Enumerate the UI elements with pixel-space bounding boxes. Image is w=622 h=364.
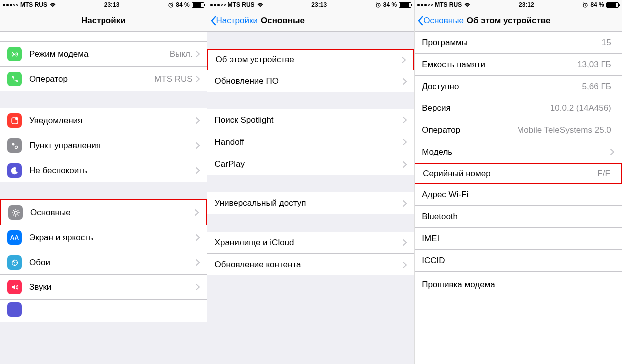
- list-item-control-center[interactable]: Пункт управления: [0, 133, 207, 158]
- accessibility-label: Универсальный доступ: [215, 198, 403, 208]
- list-item-background-refresh[interactable]: Обновление контента: [207, 254, 415, 275]
- chevron-right-icon: [195, 209, 199, 216]
- list-item-wallpaper[interactable]: Обои: [0, 250, 207, 275]
- list-item-carplay[interactable]: CarPlay: [207, 153, 415, 175]
- list-item-modem[interactable]: Прошивка модема: [415, 272, 622, 293]
- signal-dots-icon: [3, 4, 18, 6]
- list-item-sounds[interactable]: Звуки: [0, 275, 207, 300]
- battery-icon: [399, 2, 411, 8]
- list-item-wifi-address[interactable]: Адрес Wi‑Fi: [415, 184, 622, 206]
- battery-pct-label: 84 %: [176, 1, 189, 8]
- section-gap: [0, 91, 207, 108]
- back-button[interactable]: Настройки: [207, 16, 258, 26]
- list-item-notifications[interactable]: Уведомления: [0, 108, 207, 133]
- section-gap: [207, 32, 415, 49]
- screen-settings: MTS RUS 23:13 84 % Настройки Режим модем…: [0, 0, 207, 364]
- list-item-partial-bottom[interactable]: [0, 300, 207, 322]
- signal-dots-icon: [210, 4, 226, 6]
- wifi-label: Адрес Wi‑Fi: [422, 190, 611, 200]
- back-button[interactable]: Основные: [415, 16, 464, 26]
- list-item-storage[interactable]: Хранилище и iCloud: [207, 232, 415, 254]
- general-label: Основные: [30, 208, 195, 218]
- list-item-display[interactable]: AA Экран и яркость: [0, 225, 207, 250]
- serial-label: Серийный номер: [423, 169, 590, 179]
- section-gap: [0, 182, 207, 200]
- serial-value: F: [597, 169, 602, 179]
- alarm-icon: [375, 2, 381, 8]
- capacity-value: 13,03 ГБ: [577, 60, 611, 70]
- list-item-accessibility[interactable]: Универсальный доступ: [207, 192, 415, 214]
- list-item-iccid[interactable]: ICCID: [415, 250, 622, 272]
- list-item-available[interactable]: Доступно 5,66 ГБ: [415, 76, 622, 97]
- list-item-hotspot[interactable]: Режим модема Выкл.: [0, 42, 207, 67]
- hotspot-label: Режим модема: [29, 49, 170, 59]
- settings-list[interactable]: Режим модема Выкл. Оператор MTS RUS Увед…: [0, 32, 207, 364]
- list-item-model[interactable]: Модель: [415, 141, 622, 163]
- wifi-icon: [464, 2, 471, 7]
- screen-general: MTS RUS 23:13 84 % Настройки Основные Об…: [207, 0, 415, 364]
- chevron-right-icon: [403, 117, 407, 123]
- hotspot-icon: [7, 47, 22, 61]
- carrier-label: MTS RUS: [435, 1, 462, 8]
- list-item-carrier[interactable]: Оператор MTS RUS: [0, 67, 207, 91]
- screen-about: MTS RUS 23:12 84 % Основные Об этом устр…: [415, 0, 622, 364]
- chevron-right-icon: [196, 167, 200, 174]
- chevron-right-icon: [403, 200, 407, 207]
- model-label: Модель: [422, 147, 607, 157]
- svg-point-4: [12, 143, 14, 145]
- apps-value: 15: [602, 38, 611, 48]
- update-label: Обновление ПО: [215, 76, 403, 86]
- svg-point-6: [14, 211, 17, 214]
- battery-pct-label: 84 %: [383, 1, 397, 8]
- list-item-about[interactable]: Об этом устройстве: [207, 49, 415, 71]
- signal-dots-icon: [417, 4, 433, 6]
- operator-value: Mobile TeleSystems 25.0: [517, 125, 611, 135]
- status-bar: MTS RUS 23:13 84 %: [0, 0, 207, 10]
- chevron-right-icon: [403, 161, 407, 168]
- list-item-spotlight[interactable]: Поиск Spotlight: [207, 109, 415, 131]
- list-item-imei[interactable]: IMEI: [415, 228, 622, 250]
- list-item-handoff[interactable]: Handoff: [207, 131, 415, 153]
- clock-label: 23:13: [104, 1, 120, 8]
- list-item-capacity[interactable]: Емкость памяти 13,03 ГБ: [415, 54, 622, 76]
- sounds-label: Звуки: [29, 282, 196, 292]
- status-bar: MTS RUS 23:13 84 %: [207, 0, 415, 10]
- wifi-icon: [257, 2, 264, 7]
- refresh-label: Обновление контента: [215, 260, 403, 270]
- wifi-icon: [49, 2, 56, 7]
- modem-label: Прошивка модема: [422, 280, 611, 290]
- list-item-serial[interactable]: Серийный номер F /F: [415, 163, 622, 184]
- list-item-bluetooth[interactable]: Bluetooth: [415, 206, 622, 228]
- notifications-label: Уведомления: [29, 116, 196, 126]
- chevron-right-icon: [403, 78, 407, 85]
- list-item-general[interactable]: Основные: [0, 199, 207, 226]
- handoff-label: Handoff: [215, 137, 403, 147]
- about-list[interactable]: Программы 15 Емкость памяти 13,03 ГБ Дос…: [415, 32, 622, 364]
- carrier-label: MTS RUS: [20, 1, 47, 8]
- chevron-left-icon: [210, 16, 216, 26]
- chevron-right-icon: [196, 142, 200, 149]
- list-item-software-update[interactable]: Обновление ПО: [207, 70, 415, 92]
- back-label: Настройки: [216, 16, 258, 26]
- svg-point-1: [14, 53, 15, 54]
- available-label: Доступно: [422, 82, 582, 91]
- serial-value2: /F: [603, 169, 610, 179]
- chevron-right-icon: [196, 259, 200, 266]
- general-list[interactable]: Об этом устройстве Обновление ПО Поиск S…: [207, 32, 415, 364]
- available-value: 5,66 ГБ: [582, 82, 611, 91]
- list-item-version[interactable]: Версия 10.0.2 (14A456): [415, 97, 622, 119]
- svg-point-16: [14, 262, 15, 263]
- list-item-dnd[interactable]: Не беспокоить: [0, 158, 207, 182]
- list-item-operator[interactable]: Оператор Mobile TeleSystems 25.0: [415, 119, 622, 141]
- list-item-apps[interactable]: Программы 15: [415, 32, 622, 54]
- clock-label: 23:12: [519, 1, 534, 8]
- dnd-label: Не беспокоить: [29, 166, 196, 176]
- nav-bar: Настройки Основные: [207, 10, 415, 32]
- storage-label: Хранилище и iCloud: [215, 238, 403, 248]
- carrier-row-value: MTS RUS: [154, 74, 193, 84]
- nav-bar: Настройки: [0, 10, 207, 32]
- hotspot-value: Выкл.: [170, 49, 193, 59]
- battery-icon: [606, 2, 619, 8]
- chevron-right-icon: [403, 139, 407, 145]
- spotlight-label: Поиск Spotlight: [215, 115, 403, 125]
